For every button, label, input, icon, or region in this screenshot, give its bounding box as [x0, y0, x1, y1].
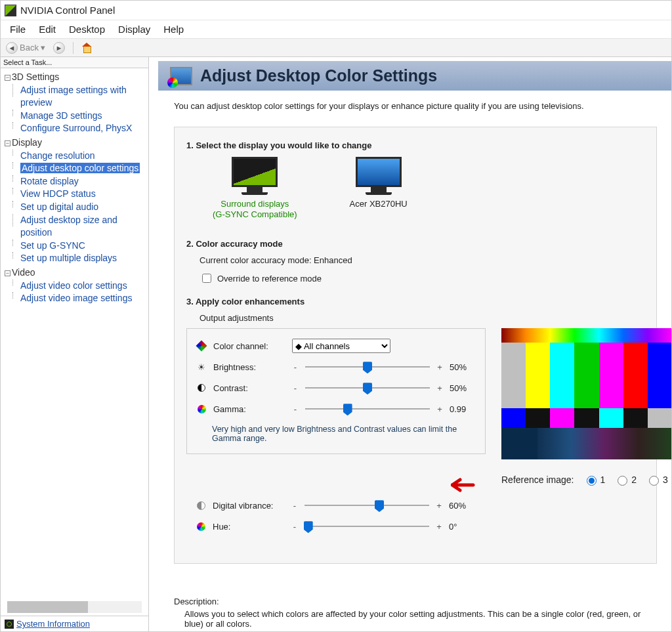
nav-adjust-image-settings[interactable]: Adjust image settings with preview [20, 85, 127, 108]
task-header: Select a Task... [1, 57, 148, 68]
vibrance-icon [197, 501, 205, 510]
hue-slider[interactable] [304, 520, 429, 533]
menu-file[interactable]: File [3, 22, 32, 37]
vibrance-value: 60% [449, 501, 475, 511]
toolbar: ◄Back ▾ ► [1, 39, 671, 57]
nav-desktop-size-position[interactable]: Adjust desktop size and position [20, 215, 117, 238]
back-button[interactable]: ◄Back ▾ [3, 41, 48, 55]
collapse-icon[interactable]: − [5, 140, 10, 146]
description-heading: Description: [174, 597, 657, 606]
step1-heading: 1. Select the display you would like to … [186, 140, 644, 150]
nav-video-image[interactable]: Adjust video image settings [20, 293, 132, 303]
main-panel: Adjust Desktop Color Settings You can ad… [149, 57, 671, 631]
system-information-link[interactable]: System Information [16, 619, 90, 629]
gamma-value: 0.99 [450, 404, 476, 414]
ref-option-2[interactable]: 2 [614, 474, 637, 486]
nav-video-color[interactable]: Adjust video color settings [20, 280, 127, 291]
settings-panel: 1. Select the display you would like to … [174, 127, 657, 564]
nav-tree: −3D Settings Adjust image settings with … [1, 68, 148, 601]
forward-button[interactable]: ► [51, 41, 68, 55]
nav-configure-surround[interactable]: Configure Surround, PhysX [20, 123, 132, 133]
description-text: Allows you to select which colors are af… [184, 609, 657, 629]
display-option-surround[interactable]: Surround displays(G-SYNC Compatible) [213, 157, 297, 219]
contrast-value: 50% [450, 383, 476, 393]
step3-heading: 3. Apply color enhancements [186, 297, 644, 306]
window-title: NVIDIA Control Panel [20, 5, 115, 16]
home-button[interactable] [79, 41, 94, 54]
nav-adjust-desktop-color[interactable]: Adjust desktop color settings [20, 163, 140, 173]
collapse-icon[interactable]: − [5, 75, 10, 81]
page-intro: You can adjust desktop color settings fo… [174, 101, 657, 111]
page-title: Adjust Desktop Color Settings [200, 66, 437, 85]
nav-view-hdcp[interactable]: View HDCP status [20, 188, 96, 199]
window-titlebar: NVIDIA Control Panel [1, 1, 671, 20]
vibrance-slider[interactable] [304, 499, 429, 512]
override-checkbox[interactable]: Override to reference mode [200, 272, 322, 285]
contrast-slider[interactable] [305, 381, 430, 394]
gamma-note: Very high and very low Brightness and Co… [212, 425, 461, 443]
reference-image-group: Reference image: 1 2 3 [501, 474, 671, 486]
output-adjustments-box: Color channel: ◆ All channels Brightness… [186, 328, 486, 454]
output-adjustments-label: Output adjustments [200, 313, 644, 323]
home-icon [81, 43, 92, 53]
display-option-acer[interactable]: Acer XB270HU [350, 157, 408, 219]
nav-gsync[interactable]: Set up G-SYNC [20, 240, 85, 251]
color-channel-label: Color channel: [213, 341, 285, 351]
color-settings-icon [170, 67, 192, 85]
sidebar-scrollbar[interactable] [7, 601, 142, 613]
page-header: Adjust Desktop Color Settings [158, 61, 671, 91]
sysinfo-icon [5, 620, 14, 629]
channel-icon [196, 341, 207, 352]
menu-desktop[interactable]: Desktop [62, 22, 112, 37]
menu-display[interactable]: Display [112, 22, 157, 37]
brightness-slider[interactable] [305, 360, 430, 373]
nav-manage-3d[interactable]: Manage 3D settings [20, 110, 102, 121]
menu-edit[interactable]: Edit [32, 22, 62, 37]
gamma-slider[interactable] [305, 402, 430, 415]
gamma-icon [198, 405, 206, 413]
accuracy-current: Current color accuracy mode: Enhanced [200, 255, 644, 265]
ref-option-3[interactable]: 3 [646, 474, 668, 486]
ref-option-1[interactable]: 1 [583, 474, 606, 486]
nav-multiple-displays[interactable]: Set up multiple displays [20, 253, 117, 263]
brightness-icon [196, 362, 207, 372]
reference-preview [501, 328, 671, 459]
color-channel-select[interactable]: ◆ All channels [292, 339, 390, 353]
nav-digital-audio[interactable]: Set up digital audio [20, 201, 98, 212]
brightness-value: 50% [450, 362, 476, 372]
nav-rotate-display[interactable]: Rotate display [20, 176, 79, 186]
step2-heading: 2. Color accuracy mode [186, 239, 644, 249]
sidebar: Select a Task... −3D Settings Adjust ima… [1, 57, 149, 631]
menubar: File Edit Desktop Display Help [1, 20, 671, 39]
nav-change-resolution[interactable]: Change resolution [20, 150, 95, 161]
hue-value: 0° [449, 522, 475, 532]
nvidia-logo-icon [5, 5, 16, 16]
collapse-icon[interactable]: − [5, 270, 10, 276]
hue-icon [197, 522, 205, 531]
contrast-icon [198, 384, 205, 392]
menu-help[interactable]: Help [157, 22, 190, 37]
